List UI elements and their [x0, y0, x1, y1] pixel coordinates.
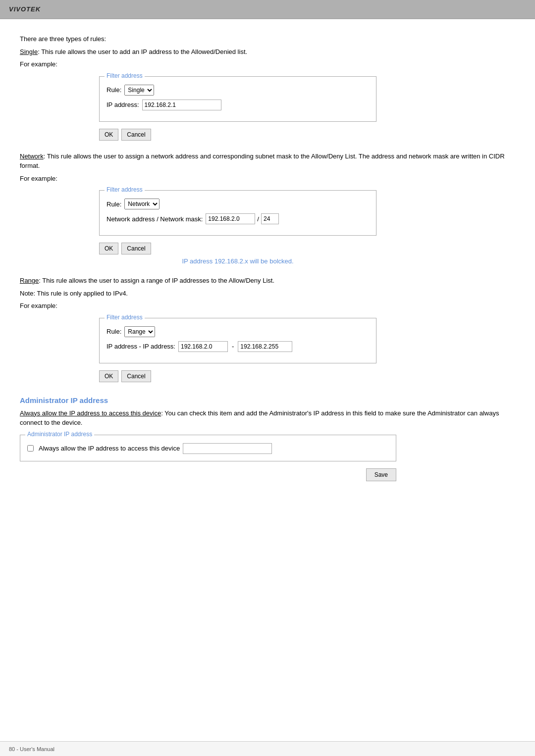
admin-always-checkbox-label: Always allow the IP address to access th… — [39, 445, 180, 452]
single-line: Single: This rule allows the user to add… — [20, 47, 515, 57]
filter-box-single: Filter address Rule: Single IP address: — [99, 76, 376, 122]
filter-network-addr-row: Network address / Network mask: / — [107, 213, 369, 224]
filter-single-legend: Filter address — [105, 72, 145, 79]
admin-always-line: Always allow the IP address to access th… — [20, 408, 515, 428]
save-button[interactable]: Save — [366, 468, 396, 481]
btn-row-single: OK Cancel — [99, 129, 515, 141]
admin-heading: Administrator IP address — [20, 396, 515, 404]
network-section: Network: This rule allows the user to as… — [20, 151, 515, 184]
cancel-button-range[interactable]: Cancel — [121, 370, 151, 382]
rule-label-single: Rule: — [107, 86, 121, 94]
network-line: Network: This rule allows the user to as… — [20, 151, 515, 171]
net-label: Network address / Network mask: — [107, 215, 203, 223]
filter-box-range: Filter address Rule: Range IP address - … — [99, 318, 376, 363]
brand-label: VIVOTEK — [9, 5, 41, 13]
admin-always-checkbox[interactable] — [27, 445, 34, 452]
admin-section: Administrator IP address Always allow th… — [20, 396, 515, 428]
range-line: Range: This rule allows the user to assi… — [20, 276, 515, 286]
net-address-input[interactable] — [206, 213, 255, 224]
admin-ip-input[interactable] — [183, 443, 272, 454]
for-example-2: For example: — [20, 174, 515, 184]
admin-always-row: Always allow the IP address to access th… — [27, 443, 389, 454]
ok-button-single[interactable]: OK — [99, 129, 118, 141]
rule-select-network[interactable]: Network — [124, 199, 160, 209]
ip-range-label: IP address - IP address: — [107, 343, 175, 350]
rule-select-range[interactable]: Range — [124, 326, 155, 337]
page: VIVOTEK There are three types of rules: … — [0, 0, 535, 756]
range-desc: : This rule allows the user to assign a … — [39, 277, 274, 284]
rule-label-range: Rule: — [107, 328, 121, 335]
save-row: Save — [20, 468, 396, 481]
network-note: IP address 192.168.2.x will be bolcked. — [99, 257, 376, 265]
filter-box-network: Filter address Rule: Network Network add… — [99, 190, 376, 236]
filter-range-ip-row: IP address - IP address: - — [107, 341, 369, 352]
page-number: 80 - User's Manual — [9, 746, 54, 752]
ip-label-single: IP address: — [107, 101, 139, 108]
admin-box-legend: Administrator IP address — [25, 431, 94, 438]
intro-line1: There are three types of rules: — [20, 34, 515, 44]
filter-range-legend: Filter address — [105, 314, 145, 321]
slash-separator: / — [257, 215, 259, 223]
btn-row-network: OK Cancel — [99, 243, 515, 254]
for-example-1: For example: — [20, 59, 515, 69]
filter-single-ip-row: IP address: — [107, 100, 369, 110]
rule-select-single[interactable]: Single — [124, 85, 154, 96]
btn-row-range: OK Cancel — [99, 370, 515, 382]
filter-network-legend: Filter address — [105, 186, 145, 193]
filter-single-rule-row: Rule: Single — [107, 85, 369, 96]
network-desc: : This rule allows the user to assign a … — [20, 152, 505, 170]
filter-network-rule-row: Rule: Network — [107, 199, 369, 209]
range-note: Note: This rule is only applied to IPv4. — [20, 289, 515, 299]
admin-always-label: Always allow the IP address to access th… — [20, 409, 161, 417]
rule-label-network: Rule: — [107, 201, 121, 208]
footer-bar: 80 - User's Manual — [0, 741, 535, 756]
ok-button-network[interactable]: OK — [99, 243, 118, 254]
network-label: Network — [20, 152, 44, 160]
net-mask-input[interactable] — [261, 213, 279, 224]
filter-range-rule-row: Rule: Range — [107, 326, 369, 337]
range-section: Range: This rule allows the user to assi… — [20, 276, 515, 311]
ip-end-input[interactable] — [238, 341, 292, 352]
header-bar: VIVOTEK — [0, 0, 535, 19]
admin-ip-box: Administrator IP address Always allow th… — [20, 435, 396, 461]
range-dash: - — [232, 343, 234, 350]
for-example-3: For example: — [20, 301, 515, 311]
ip-start-input[interactable] — [178, 341, 228, 352]
range-inputs: - — [178, 341, 292, 352]
range-label: Range — [20, 277, 39, 284]
single-desc: : This rule allows the user to add an IP… — [38, 48, 247, 55]
ok-button-range[interactable]: OK — [99, 370, 118, 382]
single-label: Single — [20, 48, 38, 55]
cancel-button-network[interactable]: Cancel — [121, 243, 151, 254]
ip-input-single[interactable] — [142, 100, 221, 110]
main-content: There are three types of rules: Single: … — [0, 19, 535, 511]
cancel-button-single[interactable]: Cancel — [121, 129, 151, 141]
